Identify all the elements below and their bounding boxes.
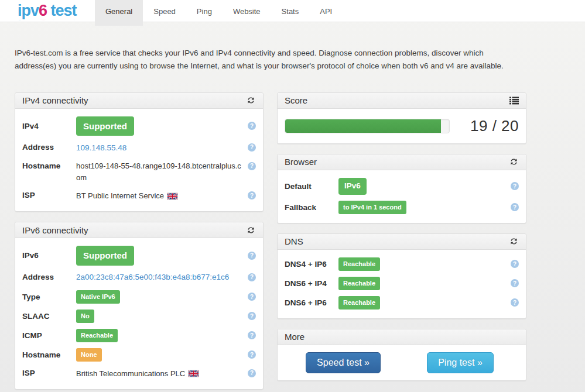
ipv6-panel-header: IPv6 connectivity — [15, 222, 263, 238]
help-icon[interactable] — [248, 252, 256, 260]
nav-tabs: General Speed Ping Website Stats API — [95, 0, 343, 22]
tab-general[interactable]: General — [95, 0, 143, 26]
dns6-ip4-row: DNS6 + IP4 Reachable — [285, 277, 519, 290]
row-label: DNS6 + IP6 — [285, 298, 338, 307]
browser-fallback-row: Fallback to IPv4 in 1 second — [285, 201, 519, 214]
help-icon[interactable] — [511, 182, 519, 190]
help-icon[interactable] — [248, 122, 256, 130]
help-icon[interactable] — [248, 273, 256, 281]
score-value: 19 / 20 — [450, 117, 519, 135]
ipv6-slaac-row: SLAAC No — [22, 310, 256, 323]
ipv6-supported-badge: Supported — [76, 246, 134, 265]
row-label: ICMP — [22, 331, 76, 340]
ipv4-isp-value: BT Public Internet Service — [76, 190, 164, 202]
tab-speed[interactable]: Speed — [143, 0, 186, 26]
tab-website[interactable]: Website — [223, 0, 271, 26]
ipv6-isp-row: ISP British Telecommunications PLC — [22, 367, 256, 380]
dns-panel-header: DNS — [278, 234, 526, 250]
speed-test-button[interactable]: Speed test » — [306, 352, 381, 373]
row-label: Address — [22, 142, 76, 152]
browser-default-row: Default IPv6 — [285, 178, 519, 195]
dns-panel-title: DNS — [285, 236, 303, 246]
browser-panel: Browser Default IPv6 Fallback to IPv4 in… — [277, 154, 526, 223]
help-icon[interactable] — [511, 298, 519, 307]
refresh-icon[interactable] — [246, 95, 256, 105]
ipv4-hostname-value: host109-148-55-48.range109-148.btcentral… — [76, 160, 242, 184]
intro-text: IPv6-test.com is a free service that che… — [15, 22, 526, 73]
row-label: ISP — [22, 190, 76, 200]
ipv6-isp-value: British Telecommunications PLC — [76, 368, 185, 380]
slaac-badge: No — [76, 310, 94, 323]
row-label: DNS4 + IP6 — [285, 260, 338, 269]
score-panel-title: Score — [285, 95, 307, 105]
more-panel-title: More — [285, 332, 305, 342]
score-panel: Score 19 / 20 — [277, 92, 526, 144]
more-panel-header: More — [278, 329, 526, 345]
row-label: Hostname — [22, 350, 76, 359]
browser-fallback-badge: to IPv4 in 1 second — [338, 201, 406, 214]
help-icon[interactable] — [248, 331, 256, 339]
logo-ipv: ipv — [18, 2, 39, 19]
help-icon[interactable] — [248, 191, 256, 200]
tab-stats[interactable]: Stats — [271, 0, 310, 26]
ipv4-panel-header: IPv4 connectivity — [15, 93, 263, 109]
top-navbar: ipv6 test ipv6 test General Speed Ping W… — [0, 0, 585, 22]
more-panel: More Speed test » Ping test » — [277, 329, 526, 381]
ipv6-type-row: Type Native IPv6 — [22, 290, 256, 304]
ipv4-connectivity-panel: IPv4 connectivity IPv4 Supported Address… — [15, 92, 264, 212]
score-progress-bar — [285, 119, 450, 133]
row-label: DNS6 + IP4 — [285, 279, 338, 288]
browser-panel-title: Browser — [285, 157, 317, 167]
ipv4-address-link[interactable]: 109.148.55.48 — [76, 142, 126, 154]
help-icon[interactable] — [248, 293, 256, 301]
browser-default-badge: IPv6 — [338, 178, 367, 195]
score-panel-header: Score — [278, 93, 526, 109]
help-icon[interactable] — [248, 162, 256, 170]
help-icon[interactable] — [248, 350, 256, 359]
ipv6-status-row: IPv6 Supported — [22, 246, 256, 265]
hostname-none-badge: None — [76, 348, 102, 362]
help-icon[interactable] — [511, 260, 519, 268]
ping-test-button[interactable]: Ping test » — [427, 352, 494, 373]
dns4-ip6-badge: Reachable — [338, 257, 380, 271]
row-label: IPv4 — [22, 122, 76, 130]
logo-test: test — [47, 2, 77, 19]
row-label: ISP — [22, 367, 76, 377]
row-label: Address — [22, 271, 76, 281]
row-label: Type — [22, 293, 76, 301]
help-icon[interactable] — [248, 312, 256, 320]
ipv6-icmp-row: ICMP Reachable — [22, 329, 256, 342]
ipv6-type-badge: Native IPv6 — [76, 290, 120, 304]
ipv6-hostname-row: Hostname None — [22, 348, 256, 362]
browser-panel-header: Browser — [278, 154, 526, 170]
ipv4-panel-title: IPv4 connectivity — [22, 95, 88, 105]
refresh-icon[interactable] — [509, 157, 519, 167]
row-label: SLAAC — [22, 312, 76, 321]
list-icon[interactable] — [509, 95, 519, 105]
refresh-icon[interactable] — [246, 225, 256, 235]
uk-flag-icon — [167, 193, 177, 200]
site-logo[interactable]: ipv6 test ipv6 test — [18, 0, 88, 22]
row-label: Default — [285, 182, 338, 191]
help-icon[interactable] — [511, 279, 519, 287]
ipv4-isp-row: ISP BT Public Internet Service — [22, 190, 256, 202]
ipv4-status-row: IPv4 Supported — [22, 116, 256, 136]
help-icon[interactable] — [511, 203, 519, 211]
dns6-ip6-badge: Reachable — [338, 296, 380, 310]
ipv6-address-link[interactable]: 2a00:23c8:47a6:5e00:f43b:e4a8:b677:e1c6 — [76, 271, 229, 284]
row-label: Hostname — [22, 160, 76, 170]
dns6-ip4-badge: Reachable — [338, 277, 380, 290]
row-label: IPv6 — [22, 251, 76, 260]
ipv4-hostname-row: Hostname host109-148-55-48.range109-148.… — [22, 160, 256, 184]
row-label: Fallback — [285, 203, 338, 212]
help-icon[interactable] — [248, 369, 256, 377]
help-icon[interactable] — [248, 143, 256, 152]
ipv6-address-row: Address 2a00:23c8:47a6:5e00:f43b:e4a8:b6… — [22, 271, 256, 284]
ipv4-address-row: Address 109.148.55.48 — [22, 142, 256, 154]
tab-api[interactable]: API — [309, 0, 343, 26]
logo-text: ipv6 test — [18, 0, 88, 21]
dns4-ip6-row: DNS4 + IP6 Reachable — [285, 257, 519, 271]
refresh-icon[interactable] — [509, 236, 519, 246]
tab-ping[interactable]: Ping — [186, 0, 223, 26]
logo-6: 6 — [39, 2, 47, 19]
